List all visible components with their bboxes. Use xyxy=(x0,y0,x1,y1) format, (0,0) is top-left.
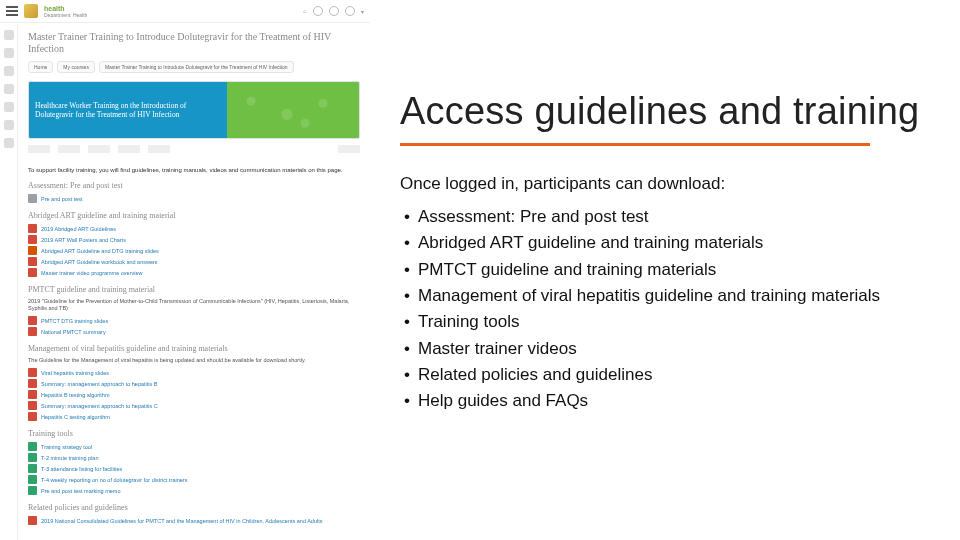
partner-logos xyxy=(28,143,360,161)
crumb[interactable]: My courses xyxy=(57,61,95,73)
resource-label: National PMTCT summary xyxy=(41,329,106,335)
pdf-file-icon xyxy=(28,257,37,266)
resource-row[interactable]: T-2 minute training plan xyxy=(28,453,360,462)
sidebar-item[interactable] xyxy=(4,120,14,130)
logo xyxy=(148,145,170,153)
resource-row[interactable]: 2019 National Consolidated Guidelines fo… xyxy=(28,516,360,525)
bullet-item: PMTCT guideline and training materials xyxy=(404,257,940,283)
resource-label: Summary: management approach to hepatiti… xyxy=(41,403,158,409)
bullet-item: Master trainer videos xyxy=(404,336,940,362)
sidebar-item[interactable] xyxy=(4,48,14,58)
resource-row[interactable]: Pre and post test xyxy=(28,194,360,203)
grn-file-icon xyxy=(28,464,37,473)
resource-row[interactable]: PMTCT DTG training slides xyxy=(28,316,360,325)
resource-row[interactable]: Hepatitis B testing algorithm xyxy=(28,390,360,399)
hamburger-icon[interactable] xyxy=(6,6,18,16)
resource-label: T-2 minute training plan xyxy=(41,455,98,461)
course-banner: Healthcare Worker Training on the Introd… xyxy=(28,81,360,139)
help-icon[interactable] xyxy=(313,6,323,16)
grn-file-icon xyxy=(28,442,37,451)
topbar-icons: ⌕ ▾ xyxy=(303,6,364,16)
resource-row[interactable]: T-4 weekly reporting on no of dolutegrav… xyxy=(28,475,360,484)
lms-screenshot: health Department: Health ⌕ ▾ Master Tra… xyxy=(0,0,370,540)
brand-subtitle: Department: Health xyxy=(44,12,87,18)
logo xyxy=(88,145,110,153)
page-title: Access guidelines and training xyxy=(400,90,940,133)
resource-label: Viral hepatitis training slides xyxy=(41,370,109,376)
sidebar-item[interactable] xyxy=(4,138,14,148)
logo xyxy=(118,145,140,153)
section-heading: Management of viral hepatitis guideline … xyxy=(28,344,360,353)
bullet-item: Management of viral hepatitis guideline … xyxy=(404,283,940,309)
banner-graphic xyxy=(227,82,360,138)
resource-row[interactable]: Training strategy tool xyxy=(28,442,360,451)
slide-content: Access guidelines and training Once logg… xyxy=(370,0,960,540)
pdf-file-icon xyxy=(28,516,37,525)
sidebar-item[interactable] xyxy=(4,66,14,76)
resource-label: T-4 weekly reporting on no of dolutegrav… xyxy=(41,477,187,483)
bullet-item: Help guides and FAQs xyxy=(404,388,940,414)
resource-row[interactable]: Hepatitis C testing algorithm xyxy=(28,412,360,421)
crumb[interactable]: Master Trainer Training to Introduce Dol… xyxy=(99,61,294,73)
avatar[interactable] xyxy=(345,6,355,16)
resource-label: Abridged ART Guideline workbook and answ… xyxy=(41,259,158,265)
caret-down-icon[interactable]: ▾ xyxy=(361,8,364,15)
bullet-item: Assessment: Pre and post test xyxy=(404,204,940,230)
crest-icon xyxy=(24,4,38,18)
bullet-item: Related policies and guidelines xyxy=(404,362,940,388)
logo xyxy=(338,145,360,153)
lead-text: Once logged in, participants can downloa… xyxy=(400,174,940,194)
grn-file-icon xyxy=(28,453,37,462)
resource-label: Pre and post test xyxy=(41,196,83,202)
resource-label: Abridged ART Guideline and DTG training … xyxy=(41,248,159,254)
logo xyxy=(28,145,50,153)
bullet-list: Assessment: Pre and post testAbridged AR… xyxy=(400,204,940,415)
resource-row[interactable]: Pre and post test marking memo xyxy=(28,486,360,495)
resource-row[interactable]: Abridged ART Guideline and DTG training … xyxy=(28,246,360,255)
intro-text: To support facility training, you will f… xyxy=(28,167,360,173)
resource-label: Pre and post test marking memo xyxy=(41,488,120,494)
resource-row[interactable]: T-3 attendance listing for facilities xyxy=(28,464,360,473)
brand-title: health xyxy=(44,5,87,12)
crumb[interactable]: Home xyxy=(28,61,53,73)
banner-title: Healthcare Worker Training on the Introd… xyxy=(35,101,221,120)
resource-row[interactable]: 2019 Abridged ART Guidelines xyxy=(28,224,360,233)
sidebar-item[interactable] xyxy=(4,102,14,112)
breadcrumb: Home My courses Master Trainer Training … xyxy=(28,61,360,73)
resource-row[interactable]: Master trainer video programme overview xyxy=(28,268,360,277)
resource-label: T-3 attendance listing for facilities xyxy=(41,466,122,472)
pdf-file-icon xyxy=(28,327,37,336)
section-heading: Assessment: Pre and post test xyxy=(28,181,360,190)
resource-row[interactable]: National PMTCT summary xyxy=(28,327,360,336)
section-heading: Related policies and guidelines xyxy=(28,503,360,512)
resource-label: Hepatitis B testing algorithm xyxy=(41,392,109,398)
section-subtext: The Guideline for the Management of vira… xyxy=(28,357,360,364)
pdf-file-icon xyxy=(28,390,37,399)
resource-label: Summary: management approach to hepatiti… xyxy=(41,381,157,387)
resource-label: Hepatitis C testing algorithm xyxy=(41,414,110,420)
resource-row[interactable]: Summary: management approach to hepatiti… xyxy=(28,379,360,388)
lms-topbar: health Department: Health ⌕ ▾ xyxy=(0,0,370,23)
sidebar-item[interactable] xyxy=(4,84,14,94)
section-heading: Abridged ART guideline and training mate… xyxy=(28,211,360,220)
section-subtext: 2019 "Guideline for the Prevention of Mo… xyxy=(28,298,360,312)
pdf-file-icon xyxy=(28,316,37,325)
pdf-file-icon xyxy=(28,235,37,244)
pdf-file-icon xyxy=(28,401,37,410)
resource-row[interactable]: 2019 ART Wall Posters and Charts xyxy=(28,235,360,244)
bullet-item: Training tools xyxy=(404,309,940,335)
gry-file-icon xyxy=(28,194,37,203)
resource-row[interactable]: Viral hepatitis training slides xyxy=(28,368,360,377)
resource-row[interactable]: Abridged ART Guideline workbook and answ… xyxy=(28,257,360,266)
resource-label: 2019 ART Wall Posters and Charts xyxy=(41,237,126,243)
ppt-file-icon xyxy=(28,246,37,255)
lms-page-body: Master Trainer Training to Introduce Dol… xyxy=(22,23,370,537)
pdf-file-icon xyxy=(28,224,37,233)
resource-label: 2019 National Consolidated Guidelines fo… xyxy=(41,518,322,524)
bullet-item: Abridged ART guideline and training mate… xyxy=(404,230,940,256)
search-icon[interactable]: ⌕ xyxy=(303,8,307,14)
pdf-file-icon xyxy=(28,379,37,388)
notifications-icon[interactable] xyxy=(329,6,339,16)
resource-row[interactable]: Summary: management approach to hepatiti… xyxy=(28,401,360,410)
sidebar-item[interactable] xyxy=(4,30,14,40)
